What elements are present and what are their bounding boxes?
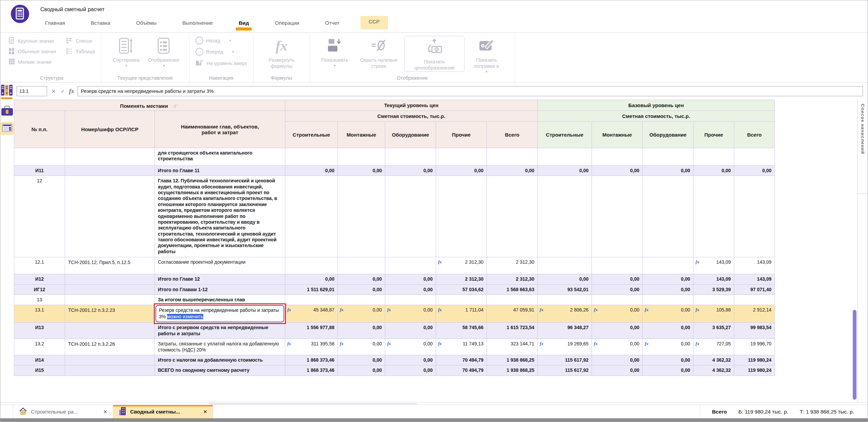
ribbon-tab-Вставка[interactable]: Вставка <box>86 17 115 29</box>
ribbon-tab-ССР[interactable]: ССР <box>360 16 388 29</box>
confirm-icon[interactable]: ✓ <box>60 88 65 95</box>
cell-value[interactable] <box>538 295 592 305</box>
cell-value[interactable]: fx19 269,65 <box>538 339 592 355</box>
cell-value[interactable]: 19 996,70 <box>734 339 775 355</box>
cell-value[interactable]: 0,00 <box>643 274 694 284</box>
cell-value[interactable]: fx2 806,26 <box>538 305 592 323</box>
swap-columns-header[interactable]: Поменять местами→← <box>14 100 285 111</box>
cell-value[interactable] <box>592 148 643 166</box>
column-header-Всего[interactable]: Всего <box>487 122 538 148</box>
cell-name[interactable]: Затраты, связанные с уплатой налога на д… <box>155 339 285 355</box>
cell-value[interactable] <box>487 176 538 257</box>
cell-name[interactable]: Итого по Главе 11 <box>155 166 285 176</box>
vertical-scrollbar[interactable] <box>852 100 857 402</box>
cell-value[interactable]: 0,00 <box>487 166 538 176</box>
column-header-Монтажные[interactable]: Монтажные <box>338 122 385 148</box>
cell-value[interactable] <box>338 257 385 274</box>
column-header-Оборудование[interactable]: Оборудование <box>385 122 436 148</box>
cell-value[interactable]: 1 556 977,88 <box>285 323 338 339</box>
cell-value[interactable] <box>734 148 775 166</box>
cell-value[interactable]: 0,00 <box>643 323 694 339</box>
cell-value[interactable]: 2 312,30 <box>436 274 487 284</box>
cell-value[interactable] <box>385 176 436 257</box>
cell-name[interactable]: Итого по Главе 12 <box>155 274 285 284</box>
cell-value[interactable]: 0,00 <box>385 355 436 365</box>
cell-code[interactable]: ТСН-2001.12 п.3.2.26 <box>65 339 155 355</box>
cell-value[interactable]: 323 144,71 <box>487 339 538 355</box>
cell-code[interactable] <box>65 355 155 365</box>
cell-value[interactable]: fx143,09 <box>694 257 734 274</box>
cell-value[interactable]: 119 980,24 <box>734 355 775 365</box>
cell-value[interactable]: 0,00 <box>338 166 385 176</box>
cell-value[interactable]: 2 312,30 <box>487 274 538 284</box>
cell-value[interactable]: 4 362,32 <box>694 365 734 376</box>
formula-input[interactable] <box>78 86 863 96</box>
cell-code[interactable] <box>65 148 155 166</box>
cell-value[interactable]: fx1 711,04 <box>436 305 487 323</box>
cell-value[interactable]: 0,00 <box>592 323 643 339</box>
table-row-13.2[interactable]: 13.2ТСН-2001.12 п.3.2.26Затраты, связанн… <box>14 339 775 355</box>
cell-num[interactable]: 12 <box>14 176 65 257</box>
cell-value[interactable]: 119 980,24 <box>734 365 775 376</box>
table-row-ИГ12[interactable]: ИГ12Итого по Главам 1-121 511 629,010,00… <box>14 284 775 295</box>
cell-value[interactable]: 0,00 <box>643 365 694 376</box>
cell-value[interactable]: 0,00 <box>538 274 592 284</box>
cell-value[interactable] <box>385 295 436 305</box>
table-row-13[interactable]: 13За итогом вышеперечисленных глав <box>14 295 775 305</box>
projects-rail-button[interactable] <box>1 106 13 116</box>
cell-value[interactable]: 0,00 <box>436 166 487 176</box>
cell-value[interactable]: 96 348,27 <box>538 323 592 339</box>
cell-value[interactable] <box>338 295 385 305</box>
cell-value[interactable]: 57 034,62 <box>436 284 487 295</box>
cell-value[interactable] <box>285 148 338 166</box>
show-amendments-button[interactable]: Показать поправки в ▼ <box>464 36 509 74</box>
cell-code[interactable] <box>65 274 155 284</box>
cell-value[interactable]: fx2 312,30 <box>436 257 487 274</box>
cell-name[interactable]: Резерв средств на непредвиденные работы … <box>155 305 285 323</box>
close-tab-icon[interactable]: ✕ <box>103 409 107 415</box>
cell-value[interactable] <box>285 295 338 305</box>
cell-value[interactable]: 143,09 <box>694 274 734 284</box>
cell-value[interactable]: fx0,00 <box>338 339 385 355</box>
cell-value[interactable]: 115 617,92 <box>538 355 592 365</box>
table-row-cont[interactable]: для строящегося объекта капитального стр… <box>14 148 775 166</box>
estimate-table-rail-button[interactable] <box>0 122 14 135</box>
cell-value[interactable]: fx0,00 <box>385 339 436 355</box>
cell-value[interactable]: fx0,00 <box>643 305 694 323</box>
cell-value[interactable]: 4 362,32 <box>694 355 734 365</box>
cell-value[interactable]: 1 938 868,25 <box>487 355 538 365</box>
cell-value[interactable]: 1 511 629,01 <box>285 284 338 295</box>
name-edit-box[interactable]: Резерв средств на непредвиденные работы … <box>154 303 286 324</box>
cell-num[interactable]: И15 <box>14 365 65 376</box>
forward-button[interactable]: → Вперед ▼ <box>195 48 247 56</box>
cell-value[interactable]: fx0,00 <box>643 339 694 355</box>
cell-value[interactable]: 0,00 <box>385 166 436 176</box>
cell-value[interactable] <box>385 257 436 274</box>
cell-value[interactable]: 0,00 <box>643 166 694 176</box>
cell-value[interactable]: 143,09 <box>734 257 775 274</box>
table-view-button[interactable]: Таблица <box>66 48 95 55</box>
cell-name[interactable]: Согласование проектной документации <box>155 257 285 274</box>
cell-value[interactable]: 3 529,39 <box>694 284 734 295</box>
cell-value[interactable]: fx105,88 <box>694 305 734 323</box>
cell-value[interactable] <box>694 176 734 257</box>
cell-num[interactable]: И14 <box>14 355 65 365</box>
cell-value[interactable] <box>592 176 643 257</box>
cell-value[interactable]: fx0,00 <box>592 305 643 323</box>
column-header-Оборудование[interactable]: Оборудование <box>643 122 694 148</box>
cell-value[interactable]: 0,00 <box>338 274 385 284</box>
cell-value[interactable]: 1 868 373,46 <box>285 365 338 376</box>
cell-value[interactable]: fx311 395,58 <box>285 339 338 355</box>
cell-value[interactable] <box>694 148 734 166</box>
cell-value[interactable] <box>338 148 385 166</box>
table-row-И14[interactable]: И14Итого с налогом на добавленную стоимо… <box>14 355 775 365</box>
cell-value[interactable]: 0,00 <box>338 365 385 376</box>
cell-value[interactable]: 0,00 <box>338 323 385 339</box>
cell-value[interactable] <box>436 148 487 166</box>
column-header-Всего[interactable]: Всего <box>734 122 775 148</box>
close-tab-icon[interactable]: ✕ <box>203 409 207 415</box>
table-row-И15[interactable]: И15ВСЕГО по сводному сметному расчету1 8… <box>14 365 775 376</box>
cell-value[interactable]: 97 071,40 <box>734 284 775 295</box>
vertical-scrollbar-thumb[interactable] <box>853 310 856 400</box>
cell-value[interactable]: 0,00 <box>592 355 643 365</box>
